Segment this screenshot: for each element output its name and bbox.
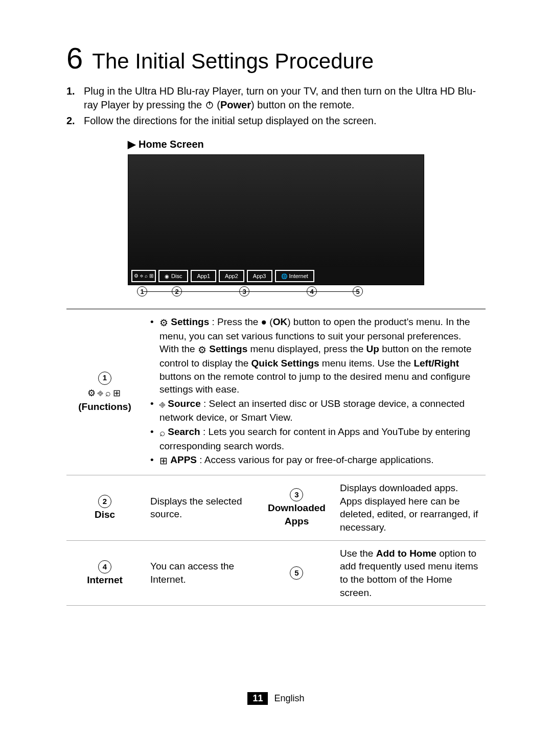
home-screen-figure: ⚙ ⎆ ⌕ ⊞ ◉Disc App1 App2 App3 🌐Internet 1…	[128, 154, 486, 297]
functions-icons: ⚙⎆⌕⊞	[74, 387, 136, 399]
gear-icon: ⚙	[198, 343, 206, 357]
search-icon: ⌕	[145, 273, 148, 279]
downloaded-label: Downloaded Apps	[268, 501, 326, 528]
functions-label: (Functions)	[74, 400, 136, 414]
gear-icon: ⚙	[159, 316, 168, 330]
instruction-item: 1. Plug in the Ultra HD Blu-ray Player, …	[66, 84, 486, 112]
source-bullet: ⎆ Source : Select an inserted disc or US…	[150, 397, 478, 424]
addhome-desc: Use the Add to Home option to add freque…	[333, 540, 486, 606]
apps-icon: ⊞	[113, 388, 123, 398]
triangle-icon: ▶	[128, 138, 135, 150]
source-icon: ⎆	[98, 388, 105, 398]
gear-icon: ⚙	[87, 388, 98, 398]
disc-cell: 2 Disc	[66, 475, 143, 541]
step-number: 2.	[66, 114, 78, 128]
source-icon: ⎆	[159, 398, 165, 411]
callout-3: 3	[290, 488, 303, 501]
source-icon: ⎆	[140, 273, 143, 279]
gear-icon: ⚙	[134, 273, 139, 279]
table-row: 1 ⚙⎆⌕⊞ (Functions) ⚙ Settings : Press th…	[66, 309, 486, 475]
table-row: 2 Disc Displays the selected source. 3 D…	[66, 475, 486, 541]
disc-label: Disc	[74, 508, 136, 521]
search-bullet: ⌕ Search : Lets you search for content i…	[150, 425, 478, 452]
apps-bullet: ⊞ APPS : Access various for pay or free-…	[150, 453, 478, 468]
callout-4: 4	[98, 560, 111, 574]
app-tile: App1	[191, 270, 216, 282]
apps-icon: ⊞	[159, 454, 168, 468]
power-icon	[205, 100, 214, 109]
step-text: Follow the directions for the initial se…	[84, 114, 377, 128]
page-footer: 11English	[0, 692, 552, 705]
callout-1: 1	[98, 372, 111, 385]
manual-page: 6 The Initial Settings Procedure 1. Plug…	[0, 0, 552, 636]
table-row: 4 Internet You can access the Internet. …	[66, 540, 486, 606]
internet-desc: You can access the Internet.	[143, 540, 261, 606]
functions-cluster: ⚙ ⎆ ⌕ ⊞	[131, 270, 156, 282]
search-icon: ⌕	[159, 426, 165, 440]
tv-screen: ⚙ ⎆ ⌕ ⊞ ◉Disc App1 App2 App3 🌐Internet	[128, 154, 424, 285]
screen-background	[128, 155, 424, 267]
functions-desc: ⚙ Settings : Press the ● (OK) button to …	[143, 309, 486, 475]
section-number: 6	[66, 41, 83, 75]
downloaded-cell: 3 Downloaded Apps	[261, 475, 333, 541]
search-icon: ⌕	[105, 388, 113, 398]
internet-cell: 4 Internet	[66, 540, 143, 606]
description-table: 1 ⚙⎆⌕⊞ (Functions) ⚙ Settings : Press th…	[66, 309, 486, 606]
addhome-cell: 5	[261, 540, 333, 606]
callout-row: 1 2 3 4 5	[128, 285, 424, 297]
callout-2: 2	[98, 495, 111, 508]
app-tile: App3	[247, 270, 272, 282]
settings-bullet: ⚙ Settings : Press the ● (OK) button to …	[150, 315, 478, 396]
section-title: 6 The Initial Settings Procedure	[66, 41, 486, 75]
internet-tile: 🌐Internet	[275, 270, 314, 282]
footer-language: English	[274, 693, 304, 703]
disc-icon: ◉	[165, 273, 169, 279]
callout-5: 5	[290, 566, 303, 580]
step-text: Plug in the Ultra HD Blu-ray Player, tur…	[84, 84, 486, 112]
disc-tile: ◉Disc	[158, 270, 188, 282]
app-tile: App2	[219, 270, 244, 282]
functions-cell: 1 ⚙⎆⌕⊞ (Functions)	[66, 309, 143, 475]
instruction-item: 2. Follow the directions for the initial…	[66, 114, 486, 128]
home-screen-heading: ▶Home Screen	[128, 138, 486, 150]
page-number: 11	[247, 692, 268, 705]
home-taskbar: ⚙ ⎆ ⌕ ⊞ ◉Disc App1 App2 App3 🌐Internet	[128, 267, 424, 285]
disc-desc: Displays the selected source.	[143, 475, 261, 541]
apps-icon: ⊞	[149, 273, 153, 279]
instruction-list: 1. Plug in the Ultra HD Blu-ray Player, …	[66, 84, 486, 128]
downloaded-desc: Displays downloaded apps. Apps displayed…	[333, 475, 486, 541]
internet-label: Internet	[74, 574, 136, 587]
step-number: 1.	[66, 84, 78, 112]
section-heading: The Initial Settings Procedure	[92, 49, 374, 74]
globe-icon: 🌐	[281, 273, 287, 279]
ok-icon: ●	[261, 316, 267, 327]
